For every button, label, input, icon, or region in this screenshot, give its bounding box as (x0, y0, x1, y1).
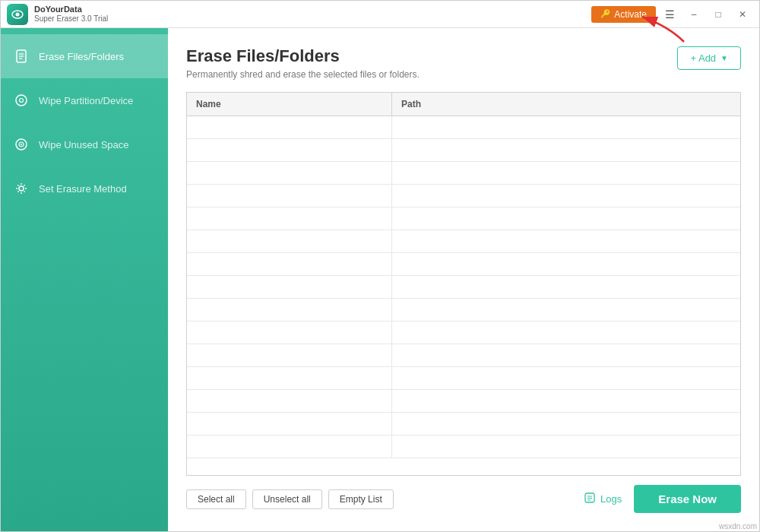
key-icon: 🔑 (600, 9, 611, 19)
sidebar-item-label: Wipe Unused Space (39, 139, 129, 150)
add-label: + Add (690, 52, 716, 64)
sidebar-item-erase-files[interactable]: Erase Files/Folders (1, 34, 168, 78)
table-row (187, 139, 740, 162)
watermark: wsxdn.com (719, 522, 757, 530)
page-subtitle: Permanently shred and erase the selected… (186, 69, 420, 80)
close-icon: ✕ (739, 9, 746, 20)
table-row (187, 230, 740, 253)
sidebar-item-wipe-partition[interactable]: Wipe Partition/Device (1, 78, 168, 122)
table-row (187, 344, 740, 367)
hamburger-icon: ☰ (665, 8, 675, 21)
close-button[interactable]: ✕ (732, 4, 753, 25)
sidebar-item-label: Erase Files/Folders (39, 51, 124, 62)
logs-icon (584, 492, 596, 506)
table-header: Name Path (187, 93, 740, 116)
svg-point-11 (19, 186, 24, 191)
sidebar-nav: Erase Files/Folders Wipe Partition/Devic… (1, 28, 168, 531)
sidebar-item-wipe-unused[interactable]: Wipe Unused Space (1, 122, 168, 166)
file-table: Name Path (186, 92, 741, 476)
svg-point-6 (16, 95, 27, 106)
add-button[interactable]: + Add ▼ (677, 46, 741, 70)
table-row (187, 116, 740, 139)
table-row (187, 299, 740, 321)
main-actions: Logs Erase Now (584, 485, 741, 513)
bottom-toolbar: Select all Unselect all Empty List (186, 485, 741, 519)
minimize-icon: – (692, 9, 697, 20)
table-row (187, 185, 740, 207)
sidebar: Erase Files/Folders Wipe Partition/Devic… (1, 28, 168, 531)
content-heading: Erase Files/Folders Permanently shred an… (186, 46, 420, 80)
table-row (187, 162, 740, 185)
wipe-unused-icon (13, 136, 30, 153)
content-area: Erase Files/Folders Permanently shred an… (168, 28, 759, 531)
logs-label: Logs (600, 493, 622, 505)
svg-point-1 (16, 12, 20, 16)
title-bar: DoYourData Super Eraser 3.0 Trial 🔑 Acti… (1, 1, 759, 28)
table-body (187, 116, 740, 475)
svg-point-10 (21, 144, 22, 145)
maximize-icon: □ (715, 9, 720, 20)
table-row (187, 253, 740, 276)
main-layout: Erase Files/Folders Wipe Partition/Devic… (1, 28, 759, 531)
content-header: Erase Files/Folders Permanently shred an… (186, 46, 741, 80)
dropdown-arrow-icon: ▼ (720, 54, 728, 62)
column-header-name: Name (187, 93, 392, 116)
list-actions: Select all Unselect all Empty List (186, 489, 394, 509)
app-logo (7, 4, 28, 25)
table-row (187, 390, 740, 413)
table-row (187, 413, 740, 435)
minimize-button[interactable]: – (683, 4, 705, 25)
activate-button[interactable]: 🔑 Activate (591, 6, 656, 23)
empty-list-button[interactable]: Empty List (328, 489, 394, 509)
column-header-path: Path (392, 93, 740, 116)
app-title: DoYourData Super Eraser 3.0 Trial (34, 5, 108, 24)
table-row (187, 367, 740, 390)
menu-button[interactable]: ☰ (659, 4, 680, 25)
app-branding: DoYourData Super Eraser 3.0 Trial (1, 4, 108, 25)
select-all-button[interactable]: Select all (186, 489, 246, 509)
svg-point-7 (20, 99, 24, 103)
table-row (187, 207, 740, 230)
set-erasure-icon (13, 180, 30, 197)
table-row (187, 276, 740, 299)
table-row (187, 435, 740, 458)
sidebar-item-label: Set Erasure Method (39, 183, 127, 195)
sidebar-item-set-erasure[interactable]: Set Erasure Method (1, 166, 168, 211)
erase-files-icon (13, 48, 30, 65)
maximize-button[interactable]: □ (708, 4, 729, 25)
page-title: Erase Files/Folders (186, 46, 420, 66)
erase-now-button[interactable]: Erase Now (634, 485, 741, 513)
window-controls: 🔑 Activate ☰ – □ ✕ (591, 4, 753, 25)
wipe-partition-icon (13, 92, 30, 109)
table-row (187, 321, 740, 344)
logs-button[interactable]: Logs (584, 492, 622, 506)
sidebar-item-label: Wipe Partition/Device (39, 95, 133, 106)
unselect-all-button[interactable]: Unselect all (252, 489, 322, 509)
